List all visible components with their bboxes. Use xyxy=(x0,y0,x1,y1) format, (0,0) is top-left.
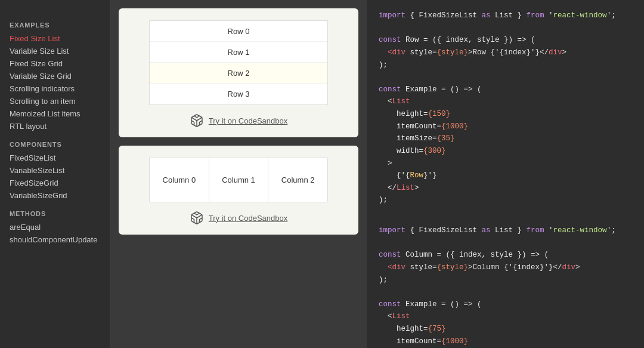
sidebar: EXAMPLESFixed Size ListVariable Size Lis… xyxy=(0,0,110,348)
code-line: const Example = () => ( xyxy=(379,298,632,311)
sidebar-item-should-component-update[interactable]: shouldComponentUpdate xyxy=(10,233,110,246)
codesandbox-icon xyxy=(190,211,204,225)
code-line: <div style={style}>Column {'{index}'}</d… xyxy=(379,261,632,274)
sidebar-item-variable-size-list-comp[interactable]: VariableSizeList xyxy=(10,164,110,177)
code-line: height={150} xyxy=(379,108,632,121)
sidebar-section-label: METHODS xyxy=(10,210,110,217)
list-row: Row 1 xyxy=(150,42,327,63)
sidebar-section-label: COMPONENTS xyxy=(10,141,110,148)
list-row: Row 2 xyxy=(150,63,327,84)
code-line: </List> xyxy=(379,182,632,195)
code-line: <div style={style}>Row {'{index}'}</div> xyxy=(379,47,632,59)
code-line: const Example = () => ( xyxy=(379,84,632,96)
list-row: Row 3 xyxy=(150,84,327,104)
codesandbox-icon xyxy=(190,113,204,128)
code-line: > xyxy=(379,158,632,170)
main-content: Row 0 Row 1 Row 2 Row 3 Try it on CodeSa… xyxy=(110,0,644,348)
vertical-list-demo: Row 0 Row 1 Row 2 Row 3 Try it on CodeSa… xyxy=(119,8,358,137)
sidebar-item-fixed-size-list[interactable]: Fixed Size List xyxy=(10,32,110,45)
list-row: Row 0 xyxy=(150,21,327,42)
list-col: Column 1 xyxy=(209,158,269,202)
code-line: ); xyxy=(379,274,632,287)
sidebar-section-label: EXAMPLES xyxy=(10,21,110,29)
code-line: itemCount={1000} xyxy=(379,121,632,133)
sidebar-item-are-equal[interactable]: areEqual xyxy=(10,221,110,233)
code-block-vertical: import { FixedSizeList as List } from 'r… xyxy=(379,10,632,207)
code-block-horizontal: import { FixedSizeList as List } from 'r… xyxy=(379,224,632,348)
code-line: width={300} xyxy=(379,145,632,158)
code-line xyxy=(379,22,632,35)
codesandbox-link-label[interactable]: Try it on CodeSandbox xyxy=(209,116,287,125)
code-line: const Column = ({ index, style }) => ( xyxy=(379,249,632,261)
sidebar-item-scrolling-indicators[interactable]: Scrolling indicators xyxy=(10,82,110,95)
code-line xyxy=(379,237,632,250)
code-line: itemSize={35} xyxy=(379,133,632,145)
horizontal-list: Column 0 Column 1 Column 2 xyxy=(149,158,328,202)
code-line: ); xyxy=(379,59,632,72)
sidebar-item-memoized-list-items[interactable]: Memoized List items xyxy=(10,107,110,120)
code-line: import { FixedSizeList as List } from 'r… xyxy=(379,10,632,22)
code-line: <List xyxy=(379,310,632,323)
sidebar-item-variable-size-list[interactable]: Variable Size List xyxy=(10,45,110,57)
sidebar-item-variable-size-grid-comp[interactable]: VariableSizeGrid xyxy=(10,189,110,202)
code-panel: import { FixedSizeList as List } from 'r… xyxy=(367,0,644,348)
codesandbox-link-horizontal[interactable]: Try it on CodeSandbox xyxy=(131,211,346,225)
demo-panel: Row 0 Row 1 Row 2 Row 3 Try it on CodeSa… xyxy=(110,0,367,348)
code-line xyxy=(379,286,632,298)
sidebar-item-fixed-size-grid[interactable]: Fixed Size Grid xyxy=(10,57,110,70)
list-col: Column 0 xyxy=(150,158,209,202)
codesandbox-link-vertical[interactable]: Try it on CodeSandbox xyxy=(131,113,346,128)
code-line: itemCount={1000} xyxy=(379,335,632,348)
sidebar-item-rtl-layout[interactable]: RTL layout xyxy=(10,120,110,133)
code-line: {'{Row}'} xyxy=(379,170,632,182)
vertical-list: Row 0 Row 1 Row 2 Row 3 xyxy=(149,20,328,105)
sidebar-item-fixed-size-grid-comp[interactable]: FixedSizeGrid xyxy=(10,177,110,189)
code-line xyxy=(379,71,632,84)
horizontal-list-demo: Column 0 Column 1 Column 2 Try it on Cod… xyxy=(119,146,358,235)
code-line: const Row = ({ index, style }) => ( xyxy=(379,34,632,47)
code-line: <List xyxy=(379,96,632,108)
code-line: height={75} xyxy=(379,323,632,335)
sidebar-item-fixed-size-list-comp[interactable]: FixedSizeList xyxy=(10,152,110,164)
code-line: import { FixedSizeList as List } from 'r… xyxy=(379,224,632,237)
sidebar-item-scrolling-to-an-item[interactable]: Scrolling to an item xyxy=(10,95,110,107)
sidebar-item-variable-size-grid[interactable]: Variable Size Grid xyxy=(10,70,110,82)
codesandbox-link-label[interactable]: Try it on CodeSandbox xyxy=(209,214,287,223)
code-line: ); xyxy=(379,194,632,207)
list-col: Column 2 xyxy=(268,158,327,202)
